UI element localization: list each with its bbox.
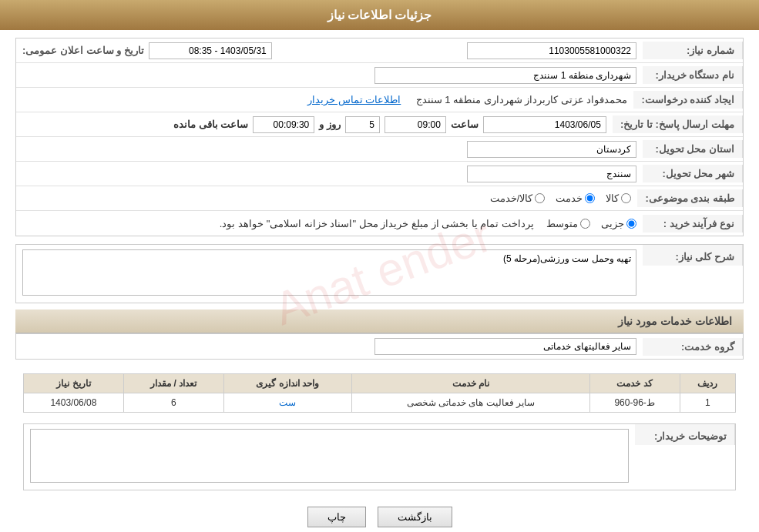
radio-jozi-input[interactable]: [626, 219, 636, 229]
label-mohlat: مهلت ارسال پاسخ: تا تاریخ:: [613, 115, 743, 133]
label-ijad-konande: ایجاد کننده درخواست:: [633, 91, 743, 109]
textarea-sharh-kolli[interactable]: تهیه وحمل ست ورزشی(مرحله 5): [22, 249, 636, 296]
label-tabaqe: طبقه بندی موضوعی:: [637, 189, 743, 207]
td-tedad: 6: [123, 393, 223, 413]
noe-farayand-desc: پرداخت تمام یا بخشی از مبلغ خریداز محل "…: [220, 218, 534, 229]
row-gorohe-khadamat: گروه خدمت:: [16, 334, 743, 359]
radio-kala-input[interactable]: [621, 193, 631, 203]
td-kod-khadamat: ط-96-960: [589, 393, 680, 413]
radio-jozi-label: جزیی: [601, 218, 624, 229]
btn-bazgasht[interactable]: بازگشت: [378, 507, 452, 527]
radio-group-noe: جزیی متوسط: [546, 218, 636, 229]
value-shomare-niaz: [330, 39, 643, 62]
table-wrapper: ردیف کد خدمت نام خدمت واحد اندازه گیری ت…: [15, 367, 744, 419]
page-header: جزئیات اطلاعات نیاز: [0, 0, 759, 30]
th-vahed: واحد اندازه گیری: [223, 374, 351, 393]
row-mohlat-ersal: مهلت ارسال پاسخ: تا تاریخ: ساعت روز و سا…: [16, 112, 743, 137]
rooz-label: روز و: [319, 119, 341, 130]
value-nam-dastgah: [16, 64, 643, 87]
radio-kala-label: کالا: [606, 192, 619, 204]
khadamat-section: گروه خدمت:: [15, 333, 744, 360]
input-ostan[interactable]: [467, 141, 636, 158]
value-gorohe-khadamat: [16, 335, 643, 358]
radio-jozi[interactable]: جزیی: [601, 218, 636, 229]
th-tarikh-niaz: تاریخ نیاز: [24, 374, 124, 393]
label-shomare-niaz: شماره نیاز:: [643, 42, 743, 59]
radio-kala-khadamat[interactable]: کالا/خدمت: [490, 192, 546, 204]
table-header-row: ردیف کد خدمت نام خدمت واحد اندازه گیری ت…: [24, 374, 736, 393]
label-gorohe-khadamat: گروه خدمت:: [643, 338, 743, 356]
value-sharh-kolli: تهیه وحمل ست ورزشی(مرحله 5): [16, 245, 643, 303]
th-kod-khadamat: کد خدمت: [589, 374, 680, 393]
radio-group-tabaqe: کالا خدمت کالا/خدمت: [490, 192, 632, 204]
input-tarikh[interactable]: [149, 42, 272, 59]
value-tabaqe: کالا خدمت کالا/خدمت: [16, 189, 637, 207]
value-ostan: [16, 138, 643, 161]
sharh-section: شرح کلی نیاز: تهیه وحمل ست ورزشی(مرحله 5…: [15, 244, 744, 303]
value-noe-farayand: جزیی متوسط پرداخت تمام یا بخشی از مبلغ خ…: [16, 215, 643, 233]
row-shahr: شهر محل تحویل:: [16, 162, 743, 186]
radio-motavasset[interactable]: متوسط: [546, 218, 590, 229]
input-shomare-niaz[interactable]: [467, 42, 636, 59]
input-shahr[interactable]: [467, 166, 636, 182]
label-ostan: استان محل تحویل:: [643, 140, 743, 158]
label-noe-farayand: نوع فرآیند خرید :: [643, 215, 743, 233]
input-gorohe-khadamat[interactable]: [374, 338, 636, 355]
label-tozihat: توضیحات خریدار:: [635, 424, 735, 445]
section-title-khadamat: اطلاعات خدمات مورد نیاز: [15, 309, 744, 333]
value-mohlat: ساعت روز و ساعت باقی مانده: [16, 113, 613, 136]
th-nam-khadamat: نام خدمت: [351, 374, 589, 393]
value-ijad-konande: محمدفواد عزتی کاربرداز شهرداری منطقه 1 س…: [16, 91, 633, 109]
td-radif: 1: [680, 393, 735, 413]
value-tozihat: [24, 424, 635, 490]
input-rooz[interactable]: [345, 116, 380, 133]
row-noe-farayand: نوع فرآیند خرید : جزیی متوسط پرداخت تمام…: [16, 211, 743, 236]
radio-khadamat-label: خدمت: [556, 192, 583, 204]
td-vahed: ست: [223, 393, 351, 413]
td-nam-khadamat: سایر فعالیت های خدماتی شخصی: [351, 393, 589, 413]
row-ijad-konande: ایجاد کننده درخواست: محمدفواد عزتی کاربر…: [16, 88, 743, 112]
textarea-tozihat[interactable]: [30, 429, 629, 483]
value-shahr: [16, 162, 643, 186]
main-info-section: شماره نیاز: تاریخ و ساعت اعلان عمومی: نا…: [15, 38, 744, 236]
tarikh-label-cell: تاریخ و ساعت اعلان عمومی:: [16, 39, 330, 62]
tozihat-section: توضیحات خریدار:: [23, 423, 736, 490]
btn-chap[interactable]: چاپ: [307, 507, 366, 527]
th-tedad: تعداد / مقدار: [123, 374, 223, 393]
row-tabaqe: طبقه بندی موضوعی: کالا خدمت: [16, 186, 743, 211]
radio-kala-khadamat-label: کالا/خدمت: [490, 192, 533, 204]
row-ostan: استان محل تحویل:: [16, 137, 743, 162]
td-tarikh: 1403/06/08: [24, 393, 124, 413]
th-radif: ردیف: [680, 374, 735, 393]
text-ijad-konande: محمدفواد عزتی کاربرداز شهرداری منطقه 1 س…: [416, 94, 628, 105]
radio-motavasset-input[interactable]: [580, 219, 590, 229]
input-tarikh-pasokh[interactable]: [483, 116, 606, 133]
page-title: جزئیات اطلاعات نیاز: [327, 8, 432, 22]
tarikh-label: تاریخ و ساعت اعلان عمومی:: [22, 45, 144, 56]
radio-khadamat[interactable]: خدمت: [556, 192, 595, 204]
label-shahr: شهر محل تحویل:: [643, 165, 743, 182]
row-nam-dastgah: نام دستگاه خریدار:: [16, 63, 743, 88]
input-saat[interactable]: [385, 116, 446, 133]
saat-label: ساعت: [451, 119, 479, 130]
link-ettela-tamas[interactable]: اطلاعات تماس خریدار: [307, 94, 401, 105]
radio-khadamat-input[interactable]: [585, 193, 595, 203]
radio-motavasset-label: متوسط: [546, 218, 578, 229]
table-row: 1 ط-96-960 سایر فعالیت های خدماتی شخصی س…: [24, 393, 736, 413]
saatbaki-label: ساعت باقی مانده: [173, 119, 248, 130]
label-sharh-kolli: شرح کلی نیاز:: [643, 245, 743, 266]
khadamat-table: ردیف کد خدمت نام خدمت واحد اندازه گیری ت…: [23, 373, 736, 413]
button-row: بازگشت چاپ: [15, 495, 744, 532]
radio-kala[interactable]: کالا: [606, 192, 631, 204]
row-shomare-tarikh: شماره نیاز: تاریخ و ساعت اعلان عمومی:: [16, 38, 743, 63]
input-saatbaki[interactable]: [253, 116, 314, 133]
input-nam-dastgah[interactable]: [374, 67, 636, 84]
radio-kala-khadamat-input[interactable]: [535, 193, 545, 203]
label-nam-dastgah: نام دستگاه خریدار:: [643, 66, 743, 84]
